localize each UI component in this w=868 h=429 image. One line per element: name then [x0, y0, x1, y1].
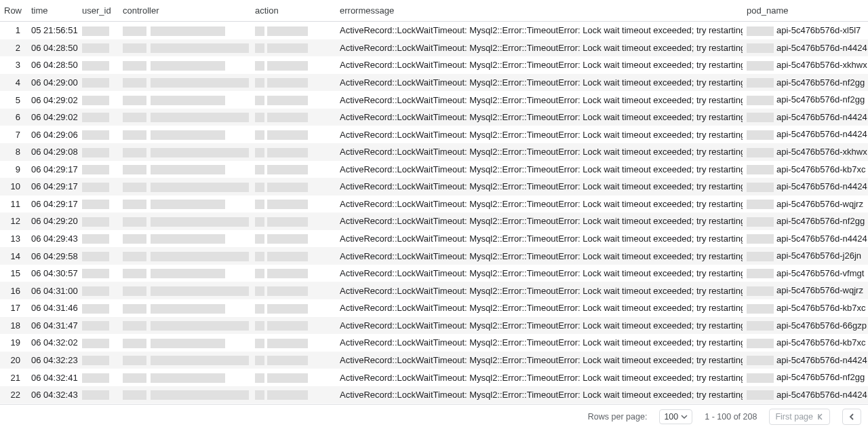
- table-row[interactable]: 606 04:29:02ActiveRecord::LockWaitTimeou…: [0, 109, 868, 126]
- table-row[interactable]: 1606 04:31:00ActiveRecord::LockWaitTimeo…: [0, 282, 868, 299]
- cell-controller: [119, 195, 251, 213]
- cell-time: 06 04:29:43: [27, 230, 78, 248]
- first-page-button[interactable]: First page: [769, 409, 830, 425]
- table-row[interactable]: 306 04:28:50ActiveRecord::LockWaitTimeou…: [0, 56, 868, 74]
- cell-user-id: [78, 195, 119, 213]
- cell-errormessage: ActiveRecord::LockWaitTimeout: Mysql2::E…: [336, 247, 743, 265]
- cell-errormessage: ActiveRecord::LockWaitTimeout: Mysql2::E…: [336, 299, 743, 317]
- table-row[interactable]: 706 04:29:06ActiveRecord::LockWaitTimeou…: [0, 126, 868, 143]
- pagination-footer: Rows per page: 100 1 - 100 of 208 First …: [0, 404, 868, 429]
- cell-user-id: [78, 143, 119, 161]
- table-row[interactable]: 1106 04:29:17ActiveRecord::LockWaitTimeo…: [0, 195, 868, 213]
- cell-controller: [119, 143, 251, 161]
- cell-action: [251, 230, 336, 248]
- col-header-controller[interactable]: controller: [119, 0, 251, 22]
- cell-user-id: [78, 56, 119, 74]
- cell-pod-name: api-5c476b576d-nf2gg: [743, 74, 868, 92]
- table-body: 105 21:56:51ActiveRecord::LockWaitTimeou…: [0, 22, 868, 405]
- table-row[interactable]: 1506 04:30:57ActiveRecord::LockWaitTimeo…: [0, 265, 868, 282]
- cell-action: [251, 282, 336, 299]
- col-header-errormessage[interactable]: errormessage: [336, 0, 743, 22]
- col-header-user-id[interactable]: user_id: [78, 0, 119, 22]
- cell-time: 06 04:31:00: [27, 282, 78, 299]
- cell-time: 06 04:29:17: [27, 178, 78, 195]
- table-row[interactable]: 1406 04:29:58ActiveRecord::LockWaitTimeo…: [0, 247, 868, 265]
- cell-user-id: [78, 39, 119, 57]
- cell-user-id: [78, 282, 119, 299]
- cell-time: 06 04:31:47: [27, 317, 78, 335]
- cell-time: 06 04:32:02: [27, 334, 78, 352]
- cell-user-id: [78, 91, 119, 109]
- cell-controller: [119, 247, 251, 265]
- cell-row-number: 19: [0, 334, 27, 352]
- cell-pod-name: api-5c476b576d-xl5l7: [743, 22, 868, 39]
- cell-errormessage: ActiveRecord::LockWaitTimeout: Mysql2::E…: [336, 91, 743, 109]
- table-row[interactable]: 1806 04:31:47ActiveRecord::LockWaitTimeo…: [0, 317, 868, 335]
- table-row[interactable]: 1006 04:29:17ActiveRecord::LockWaitTimeo…: [0, 178, 868, 195]
- table-row[interactable]: 806 04:29:08ActiveRecord::LockWaitTimeou…: [0, 143, 868, 161]
- table-row[interactable]: 1206 04:29:20ActiveRecord::LockWaitTimeo…: [0, 212, 868, 230]
- table-row[interactable]: 906 04:29:17ActiveRecord::LockWaitTimeou…: [0, 161, 868, 179]
- cell-pod-name: api-5c476b576d-wqjrz: [743, 282, 868, 299]
- cell-user-id: [78, 369, 119, 386]
- table-row[interactable]: 2006 04:32:23ActiveRecord::LockWaitTimeo…: [0, 352, 868, 369]
- cell-errormessage: ActiveRecord::LockWaitTimeout: Mysql2::E…: [336, 230, 743, 248]
- cell-errormessage: ActiveRecord::LockWaitTimeout: Mysql2::E…: [336, 265, 743, 282]
- cell-action: [251, 178, 336, 195]
- rows-per-page-value: 100: [664, 412, 678, 422]
- cell-pod-name: api-5c476b576d-n4424: [743, 126, 868, 143]
- cell-controller: [119, 22, 251, 39]
- cell-pod-name: api-5c476b576d-kb7xc: [743, 299, 868, 317]
- cell-pod-name: api-5c476b576d-n4424: [743, 352, 868, 369]
- cell-user-id: [78, 230, 119, 248]
- cell-errormessage: ActiveRecord::LockWaitTimeout: Mysql2::E…: [336, 282, 743, 299]
- col-header-action[interactable]: action: [251, 0, 336, 22]
- table-row[interactable]: 406 04:29:00ActiveRecord::LockWaitTimeou…: [0, 74, 868, 92]
- cell-user-id: [78, 299, 119, 317]
- col-header-row[interactable]: Row: [0, 0, 27, 22]
- results-table-wrapper[interactable]: Row time user_id controller action error…: [0, 0, 868, 404]
- table-header: Row time user_id controller action error…: [0, 0, 868, 22]
- cell-pod-name: api-5c476b576d-n4424: [743, 230, 868, 248]
- cell-time: 06 04:29:17: [27, 161, 78, 179]
- col-header-time[interactable]: time: [27, 0, 78, 22]
- cell-user-id: [78, 178, 119, 195]
- cell-time: 06 04:29:20: [27, 212, 78, 230]
- cell-action: [251, 109, 336, 126]
- cell-user-id: [78, 352, 119, 369]
- cell-pod-name: api-5c476b576d-nf2gg: [743, 369, 868, 386]
- cell-pod-name: api-5c476b576d-n4424: [743, 178, 868, 195]
- table-row[interactable]: 1706 04:31:46ActiveRecord::LockWaitTimeo…: [0, 299, 868, 317]
- cell-action: [251, 386, 336, 404]
- table-row[interactable]: 2206 04:32:43ActiveRecord::LockWaitTimeo…: [0, 386, 868, 404]
- cell-pod-name: api-5c476b576d-kb7xc: [743, 334, 868, 352]
- results-table: Row time user_id controller action error…: [0, 0, 868, 404]
- previous-page-button[interactable]: [842, 409, 861, 425]
- cell-user-id: [78, 161, 119, 179]
- table-row[interactable]: 206 04:28:50ActiveRecord::LockWaitTimeou…: [0, 39, 868, 57]
- cell-action: [251, 22, 336, 39]
- cell-time: 05 21:56:51: [27, 22, 78, 39]
- cell-action: [251, 56, 336, 74]
- cell-time: 06 04:29:02: [27, 109, 78, 126]
- cell-controller: [119, 334, 251, 352]
- cell-time: 06 04:32:41: [27, 369, 78, 386]
- cell-time: 06 04:28:50: [27, 56, 78, 74]
- table-row[interactable]: 1906 04:32:02ActiveRecord::LockWaitTimeo…: [0, 334, 868, 352]
- table-row[interactable]: 105 21:56:51ActiveRecord::LockWaitTimeou…: [0, 22, 868, 39]
- col-header-pod-name[interactable]: pod_name: [743, 0, 868, 22]
- cell-controller: [119, 212, 251, 230]
- first-page-icon: [816, 413, 824, 421]
- cell-pod-name: api-5c476b576d-wqjrz: [743, 195, 868, 213]
- table-row[interactable]: 506 04:29:02ActiveRecord::LockWaitTimeou…: [0, 91, 868, 109]
- cell-action: [251, 317, 336, 335]
- table-row[interactable]: 1306 04:29:43ActiveRecord::LockWaitTimeo…: [0, 230, 868, 248]
- cell-time: 06 04:29:02: [27, 91, 78, 109]
- rows-per-page-select[interactable]: 100: [659, 409, 692, 424]
- cell-action: [251, 74, 336, 92]
- table-row[interactable]: 2106 04:32:41ActiveRecord::LockWaitTimeo…: [0, 369, 868, 386]
- cell-errormessage: ActiveRecord::LockWaitTimeout: Mysql2::E…: [336, 212, 743, 230]
- cell-controller: [119, 265, 251, 282]
- cell-row-number: 8: [0, 143, 27, 161]
- rows-per-page-label: Rows per page:: [588, 412, 648, 422]
